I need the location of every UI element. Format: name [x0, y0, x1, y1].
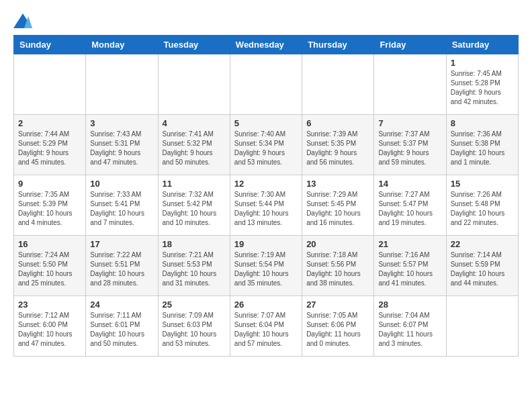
day-number: 14: [378, 179, 441, 189]
calendar-cell: [158, 54, 230, 115]
weekday-header-saturday: Saturday: [446, 36, 518, 54]
calendar-cell: 2Sunrise: 7:44 AM Sunset: 5:29 PM Daylig…: [14, 115, 86, 175]
day-info: Sunrise: 7:45 AM Sunset: 5:28 PM Dayligh…: [451, 69, 514, 107]
day-number: 6: [306, 118, 369, 128]
day-number: 16: [18, 239, 81, 249]
day-number: 21: [378, 239, 441, 249]
calendar-cell: 16Sunrise: 7:24 AM Sunset: 5:50 PM Dayli…: [14, 236, 86, 296]
calendar-cell: 22Sunrise: 7:14 AM Sunset: 5:59 PM Dayli…: [446, 236, 518, 296]
day-info: Sunrise: 7:27 AM Sunset: 5:47 PM Dayligh…: [378, 190, 441, 228]
calendar-week-row: 1Sunrise: 7:45 AM Sunset: 5:28 PM Daylig…: [14, 54, 519, 115]
calendar-cell: 10Sunrise: 7:33 AM Sunset: 5:41 PM Dayli…: [86, 175, 158, 236]
day-number: 24: [90, 300, 153, 310]
calendar-cell: 28Sunrise: 7:04 AM Sunset: 6:07 PM Dayli…: [374, 296, 446, 357]
calendar-week-row: 9Sunrise: 7:35 AM Sunset: 5:39 PM Daylig…: [14, 175, 519, 236]
day-info: Sunrise: 7:14 AM Sunset: 5:59 PM Dayligh…: [451, 250, 514, 288]
calendar-cell: [374, 54, 446, 115]
day-info: Sunrise: 7:43 AM Sunset: 5:31 PM Dayligh…: [90, 130, 153, 167]
day-number: 13: [306, 179, 369, 189]
day-number: 11: [163, 179, 226, 189]
day-info: Sunrise: 7:05 AM Sunset: 6:06 PM Dayligh…: [306, 311, 369, 349]
calendar-cell: 5Sunrise: 7:40 AM Sunset: 5:34 PM Daylig…: [230, 115, 302, 175]
calendar-cell: 8Sunrise: 7:36 AM Sunset: 5:38 PM Daylig…: [446, 115, 518, 175]
day-info: Sunrise: 7:29 AM Sunset: 5:45 PM Dayligh…: [306, 190, 369, 228]
calendar-cell: 9Sunrise: 7:35 AM Sunset: 5:39 PM Daylig…: [14, 175, 86, 236]
calendar-cell: 26Sunrise: 7:07 AM Sunset: 6:04 PM Dayli…: [230, 296, 302, 357]
day-info: Sunrise: 7:32 AM Sunset: 5:42 PM Dayligh…: [163, 190, 226, 228]
day-number: 12: [234, 179, 298, 189]
day-number: 4: [163, 118, 226, 128]
calendar-cell: 14Sunrise: 7:27 AM Sunset: 5:47 PM Dayli…: [374, 175, 446, 236]
calendar-cell: 23Sunrise: 7:12 AM Sunset: 6:00 PM Dayli…: [14, 296, 86, 357]
day-info: Sunrise: 7:36 AM Sunset: 5:38 PM Dayligh…: [451, 130, 514, 167]
day-info: Sunrise: 7:37 AM Sunset: 5:37 PM Dayligh…: [378, 130, 441, 167]
day-info: Sunrise: 7:26 AM Sunset: 5:48 PM Dayligh…: [451, 190, 514, 228]
day-number: 3: [90, 118, 153, 128]
day-number: 1: [451, 58, 514, 68]
calendar-week-row: 23Sunrise: 7:12 AM Sunset: 6:00 PM Dayli…: [14, 296, 519, 357]
calendar-cell: 15Sunrise: 7:26 AM Sunset: 5:48 PM Dayli…: [446, 175, 518, 236]
day-number: 9: [18, 179, 81, 189]
weekday-header-thursday: Thursday: [302, 36, 374, 54]
calendar-week-row: 2Sunrise: 7:44 AM Sunset: 5:29 PM Daylig…: [14, 115, 519, 175]
day-number: 19: [234, 239, 298, 249]
day-info: Sunrise: 7:11 AM Sunset: 6:01 PM Dayligh…: [90, 311, 153, 349]
day-info: Sunrise: 7:22 AM Sunset: 5:51 PM Dayligh…: [90, 250, 153, 288]
day-info: Sunrise: 7:18 AM Sunset: 5:56 PM Dayligh…: [306, 250, 369, 288]
day-info: Sunrise: 7:41 AM Sunset: 5:32 PM Dayligh…: [163, 130, 226, 167]
weekday-header-tuesday: Tuesday: [158, 36, 230, 54]
day-number: 7: [378, 118, 441, 128]
weekday-header-sunday: Sunday: [14, 36, 86, 54]
day-info: Sunrise: 7:33 AM Sunset: 5:41 PM Dayligh…: [90, 190, 153, 228]
day-number: 25: [163, 300, 226, 310]
weekday-header-monday: Monday: [86, 36, 158, 54]
calendar-cell: 12Sunrise: 7:30 AM Sunset: 5:44 PM Dayli…: [230, 175, 302, 236]
day-info: Sunrise: 7:24 AM Sunset: 5:50 PM Dayligh…: [18, 250, 81, 288]
calendar-cell: 6Sunrise: 7:39 AM Sunset: 5:35 PM Daylig…: [302, 115, 374, 175]
day-info: Sunrise: 7:40 AM Sunset: 5:34 PM Dayligh…: [234, 130, 298, 167]
calendar-cell: [446, 296, 518, 357]
day-info: Sunrise: 7:16 AM Sunset: 5:57 PM Dayligh…: [378, 250, 441, 288]
calendar-cell: 25Sunrise: 7:09 AM Sunset: 6:03 PM Dayli…: [158, 296, 230, 357]
day-number: 2: [18, 118, 81, 128]
weekday-header-row: SundayMondayTuesdayWednesdayThursdayFrid…: [14, 36, 519, 54]
calendar-cell: [86, 54, 158, 115]
calendar-table: SundayMondayTuesdayWednesdayThursdayFrid…: [13, 35, 519, 357]
calendar-cell: 19Sunrise: 7:19 AM Sunset: 5:54 PM Dayli…: [230, 236, 302, 296]
calendar-cell: 21Sunrise: 7:16 AM Sunset: 5:57 PM Dayli…: [374, 236, 446, 296]
day-number: 26: [234, 300, 298, 310]
day-number: 15: [451, 179, 514, 189]
calendar-week-row: 16Sunrise: 7:24 AM Sunset: 5:50 PM Dayli…: [14, 236, 519, 296]
calendar-cell: 18Sunrise: 7:21 AM Sunset: 5:53 PM Dayli…: [158, 236, 230, 296]
day-number: 20: [306, 239, 369, 249]
calendar-cell: 7Sunrise: 7:37 AM Sunset: 5:37 PM Daylig…: [374, 115, 446, 175]
calendar-cell: 27Sunrise: 7:05 AM Sunset: 6:06 PM Dayli…: [302, 296, 374, 357]
day-number: 5: [234, 118, 298, 128]
day-info: Sunrise: 7:09 AM Sunset: 6:03 PM Dayligh…: [163, 311, 226, 349]
calendar-cell: [14, 54, 86, 115]
day-number: 17: [90, 239, 153, 249]
logo: [13, 13, 34, 28]
day-number: 28: [378, 300, 441, 310]
day-number: 27: [306, 300, 369, 310]
day-info: Sunrise: 7:35 AM Sunset: 5:39 PM Dayligh…: [18, 190, 81, 228]
day-number: 22: [451, 239, 514, 249]
weekday-header-wednesday: Wednesday: [230, 36, 302, 54]
weekday-header-friday: Friday: [374, 36, 446, 54]
calendar-cell: 24Sunrise: 7:11 AM Sunset: 6:01 PM Dayli…: [86, 296, 158, 357]
calendar-cell: 13Sunrise: 7:29 AM Sunset: 5:45 PM Dayli…: [302, 175, 374, 236]
calendar-cell: 20Sunrise: 7:18 AM Sunset: 5:56 PM Dayli…: [302, 236, 374, 296]
day-info: Sunrise: 7:44 AM Sunset: 5:29 PM Dayligh…: [18, 130, 81, 167]
calendar-cell: 17Sunrise: 7:22 AM Sunset: 5:51 PM Dayli…: [86, 236, 158, 296]
calendar-cell: [230, 54, 302, 115]
day-info: Sunrise: 7:04 AM Sunset: 6:07 PM Dayligh…: [378, 311, 441, 349]
calendar-cell: 1Sunrise: 7:45 AM Sunset: 5:28 PM Daylig…: [446, 54, 518, 115]
day-info: Sunrise: 7:19 AM Sunset: 5:54 PM Dayligh…: [234, 250, 298, 288]
day-info: Sunrise: 7:30 AM Sunset: 5:44 PM Dayligh…: [234, 190, 298, 228]
page-header: [13, 13, 519, 28]
calendar-cell: 3Sunrise: 7:43 AM Sunset: 5:31 PM Daylig…: [86, 115, 158, 175]
day-number: 8: [451, 118, 514, 128]
calendar-cell: [302, 54, 374, 115]
day-info: Sunrise: 7:39 AM Sunset: 5:35 PM Dayligh…: [306, 130, 369, 167]
day-number: 23: [18, 300, 81, 310]
